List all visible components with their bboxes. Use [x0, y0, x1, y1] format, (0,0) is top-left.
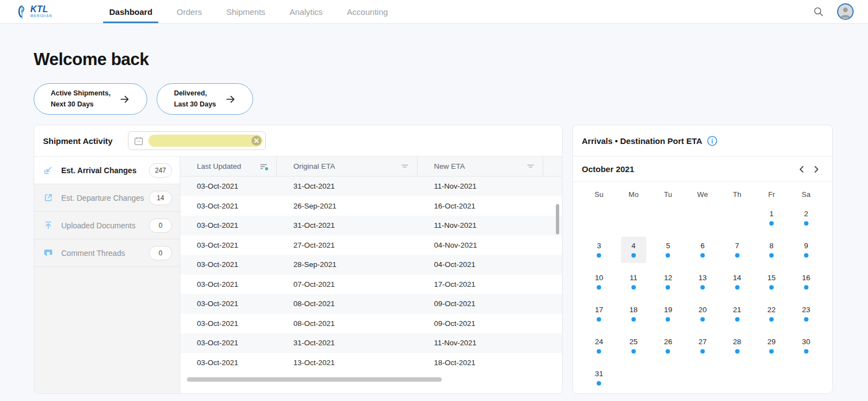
calendar-day-30[interactable]: 30	[789, 330, 823, 362]
chevron-left-icon[interactable]	[795, 163, 809, 176]
dashboard-page: Welcome back Active Shipments,Next 30 Da…	[0, 50, 868, 394]
user-avatar-icon[interactable]	[837, 3, 854, 20]
horizontal-scrollbar-thumb[interactable]	[187, 377, 442, 382]
table-row[interactable]: 03-Oct-202127-Oct-202104-Nov-2021	[180, 236, 562, 255]
sidebar-item-est-departure-changes[interactable]: Est. Departure Changes14	[34, 184, 180, 212]
calendar-day-10[interactable]: 10	[582, 266, 617, 298]
arrow-right-icon	[119, 94, 130, 105]
day-content: 15	[759, 269, 784, 295]
calendar-day-31[interactable]: 31	[582, 362, 617, 394]
day-number: 16	[802, 274, 810, 282]
calendar-day-6[interactable]: 6	[685, 234, 720, 266]
calendar-day-12[interactable]: 12	[651, 266, 685, 298]
calendar-day-8[interactable]: 8	[754, 234, 789, 266]
calendar-day-24[interactable]: 24	[582, 330, 617, 362]
calendar-day-18[interactable]: 18	[617, 298, 651, 330]
day-number: 2	[804, 210, 808, 218]
calendar-day-29[interactable]: 29	[754, 330, 789, 362]
calendar-month-row: October 2021	[573, 157, 832, 182]
sort-active-icon[interactable]	[260, 162, 269, 171]
calendar-day-13[interactable]: 13	[685, 266, 720, 298]
quick-link-line2: Next 30 Days	[51, 99, 110, 110]
nav-item-accounting[interactable]: Accounting	[335, 0, 400, 23]
calendar-day-empty	[685, 202, 720, 234]
table-cell: 11-Nov-2021	[417, 221, 543, 229]
search-icon[interactable]	[813, 6, 824, 17]
calendar-day-5[interactable]: 5	[651, 234, 685, 266]
table-cell: 16-Oct-2021	[417, 202, 543, 210]
sidebar-item-label: Uploaded Documents	[61, 221, 149, 230]
calendar-day-4[interactable]: 4	[617, 234, 651, 266]
calendar-day-3[interactable]: 3	[582, 234, 617, 266]
weekday-label: Sa	[789, 190, 823, 199]
day-number: 26	[664, 338, 672, 346]
sidebar-item-est-arrival-changes[interactable]: Est. Arrival Changes247	[34, 157, 180, 184]
filter-icon[interactable]	[526, 162, 535, 171]
table-row[interactable]: 03-Oct-202131-Oct-202111-Nov-2021	[180, 216, 562, 236]
table-cell: 13-Oct-2021	[277, 359, 417, 367]
calendar-day-1[interactable]: 1	[754, 202, 789, 234]
quick-link-active-shipments[interactable]: Active Shipments,Next 30 Days	[34, 83, 147, 115]
calendar-day-25[interactable]: 25	[617, 330, 651, 362]
arrival-dot	[769, 349, 774, 354]
day-number: 12	[664, 274, 672, 282]
calendar-day-23[interactable]: 23	[789, 298, 823, 330]
table-cell: 03-Oct-2021	[180, 339, 277, 347]
calendar-day-11[interactable]: 11	[617, 266, 651, 298]
clear-date-icon[interactable]	[251, 136, 261, 146]
arrival-dot	[804, 221, 808, 226]
date-range-highlight[interactable]	[148, 135, 262, 147]
day-content: 21	[725, 301, 750, 327]
arrival-dot	[700, 349, 705, 354]
calendar-day-27[interactable]: 27	[685, 330, 720, 362]
table-cell: 08-Oct-2021	[277, 300, 417, 308]
nav-item-dashboard[interactable]: Dashboard	[97, 0, 164, 23]
table-row[interactable]: 03-Oct-202107-Oct-202117-Oct-2021	[180, 275, 562, 295]
info-icon[interactable]	[707, 136, 717, 146]
quick-links: Active Shipments,Next 30 DaysDelivered,L…	[34, 83, 833, 115]
calendar-day-14[interactable]: 14	[720, 266, 754, 298]
table-row[interactable]: 03-Oct-202108-Oct-202109-Oct-2021	[180, 294, 562, 314]
date-range-input[interactable]	[128, 131, 266, 150]
filter-icon[interactable]	[400, 162, 409, 171]
table-cell: 03-Oct-2021	[180, 260, 277, 269]
calendar-day-16[interactable]: 16	[789, 266, 823, 298]
table-row[interactable]: 03-Oct-202126-Sep-202116-Oct-2021	[180, 196, 562, 216]
table-cell: 08-Oct-2021	[277, 319, 417, 328]
table-row[interactable]: 03-Oct-202108-Oct-202109-Oct-2021	[180, 314, 562, 334]
sidebar-item-comment-threads[interactable]: Comment Threads0	[34, 239, 180, 267]
nav-item-orders[interactable]: Orders	[164, 0, 214, 23]
nav-item-shipments[interactable]: Shipments	[214, 0, 277, 23]
calendar-day-26[interactable]: 26	[651, 330, 685, 362]
calendar-day-empty	[720, 202, 754, 234]
calendar-day-21[interactable]: 21	[720, 298, 754, 330]
quick-link-delivered[interactable]: Delivered,Last 30 Days	[157, 83, 253, 115]
table-row[interactable]: 03-Oct-202128-Sep-202104-Oct-2021	[180, 255, 562, 275]
day-number: 27	[698, 338, 706, 346]
day-number: 25	[629, 338, 637, 346]
table-row[interactable]: 03-Oct-202131-Oct-202111-Nov-2021	[180, 177, 562, 196]
day-content: 19	[655, 301, 681, 327]
day-number: 29	[768, 338, 776, 346]
calendar-day-2[interactable]: 2	[789, 202, 823, 234]
table-row[interactable]: 03-Oct-202131-Oct-202111-Nov-2021	[180, 333, 562, 353]
sidebar-item-uploaded-documents[interactable]: Uploaded Documents0	[34, 212, 180, 239]
table-cell: 09-Oct-2021	[417, 300, 543, 308]
logo-wordmark: KTL	[30, 5, 52, 14]
vertical-scrollbar-thumb[interactable]	[556, 204, 559, 234]
calendar-day-20[interactable]: 20	[685, 298, 720, 330]
nav-item-analytics[interactable]: Analytics	[277, 0, 335, 23]
calendar-day-22[interactable]: 22	[754, 298, 789, 330]
calendar-day-17[interactable]: 17	[582, 298, 617, 330]
calendar-day-28[interactable]: 28	[720, 330, 754, 362]
day-number: 24	[595, 338, 603, 346]
shipment-activity-card: Shipment Activity	[34, 125, 562, 394]
app-logo[interactable]: KTL MERIDIAN	[17, 4, 74, 19]
calendar-day-19[interactable]: 19	[651, 298, 685, 330]
calendar-day-7[interactable]: 7	[720, 234, 754, 266]
weekday-label: Su	[582, 190, 617, 199]
calendar-day-9[interactable]: 9	[789, 234, 823, 266]
calendar-day-15[interactable]: 15	[754, 266, 789, 298]
chevron-right-icon[interactable]	[809, 163, 823, 176]
table-row[interactable]: 03-Oct-202113-Oct-202118-Oct-2021	[180, 353, 562, 373]
